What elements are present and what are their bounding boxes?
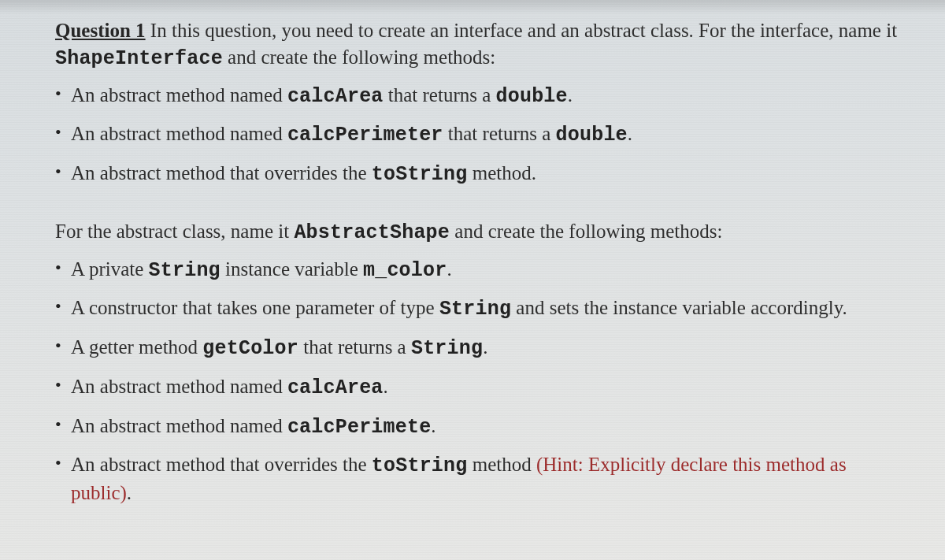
text: . [628, 123, 632, 144]
code-calcperimeter: calcPerimeter [287, 124, 443, 146]
list-item: An abstract method named calcPerimete. [55, 413, 907, 441]
text: An abstract method named [71, 376, 287, 397]
text: A constructor that takes one parameter o… [71, 297, 439, 318]
code-tostring: toString [372, 454, 468, 477]
code-calcarea: calcArea [287, 376, 384, 399]
code-shapeinterface: ShapeInterface [55, 47, 223, 70]
code-tostring: toString [372, 163, 468, 186]
text: An abstract method named [71, 123, 287, 144]
code-mcolor: m_color [363, 259, 447, 282]
code-string: String [439, 298, 511, 321]
text: . [127, 482, 132, 503]
intro-text-2: and create the following methods: [223, 46, 495, 68]
text: that returns a [443, 123, 556, 144]
list-item: A constructor that takes one parameter o… [55, 295, 907, 323]
text: method. [467, 162, 536, 184]
interface-method-list: An abstract method named calcArea that r… [55, 82, 907, 188]
list-item: A getter method getColor that returns a … [55, 334, 907, 362]
text: A private [71, 258, 149, 280]
text: An abstract method named [71, 415, 287, 436]
text: and sets the instance variable according… [511, 297, 847, 318]
text: . [384, 376, 388, 397]
list-item: An abstract method that overrides the to… [55, 160, 907, 188]
question-intro: Question 1 In this question, you need to… [55, 17, 907, 72]
list-item: An abstract method that overrides the to… [55, 451, 907, 506]
code-string: String [411, 337, 483, 360]
list-item: An abstract method named calcArea. [55, 373, 907, 402]
code-double: double [556, 124, 628, 146]
text: . [447, 258, 451, 280]
code-getcolor: getColor [202, 337, 298, 360]
code-abstractshape: AbstractShape [294, 221, 450, 244]
text: . [483, 336, 487, 358]
text: that returns a [298, 336, 411, 358]
text: . [568, 84, 573, 106]
text: method [467, 454, 536, 475]
code-double: double [496, 85, 568, 108]
text: A getter method [71, 336, 202, 358]
list-item: A private String instance variable m_col… [55, 256, 907, 284]
text: For the abstract class, name it [55, 221, 294, 242]
abstract-intro: For the abstract class, name it Abstract… [55, 218, 907, 247]
text: that returns a [384, 84, 496, 106]
text: . [431, 415, 435, 436]
text: An abstract method named [71, 84, 287, 106]
text: An abstract method that overrides the [71, 454, 372, 475]
text: and create the following methods: [450, 221, 722, 242]
intro-text-1: In this question, you need to create an … [146, 20, 897, 41]
text: instance variable [220, 258, 363, 280]
document-page: Question 1 In this question, you need to… [0, 0, 945, 533]
code-calcperimete: calcPerimete [287, 416, 431, 439]
abstract-method-list: A private String instance variable m_col… [55, 256, 907, 506]
list-item: An abstract method named calcArea that r… [55, 82, 907, 110]
code-string: String [149, 259, 220, 282]
text: An abstract method that overrides the [71, 162, 372, 184]
list-item: An abstract method named calcPerimeter t… [55, 121, 907, 149]
question-label: Question 1 [55, 20, 146, 41]
code-calcarea: calcArea [287, 85, 384, 108]
